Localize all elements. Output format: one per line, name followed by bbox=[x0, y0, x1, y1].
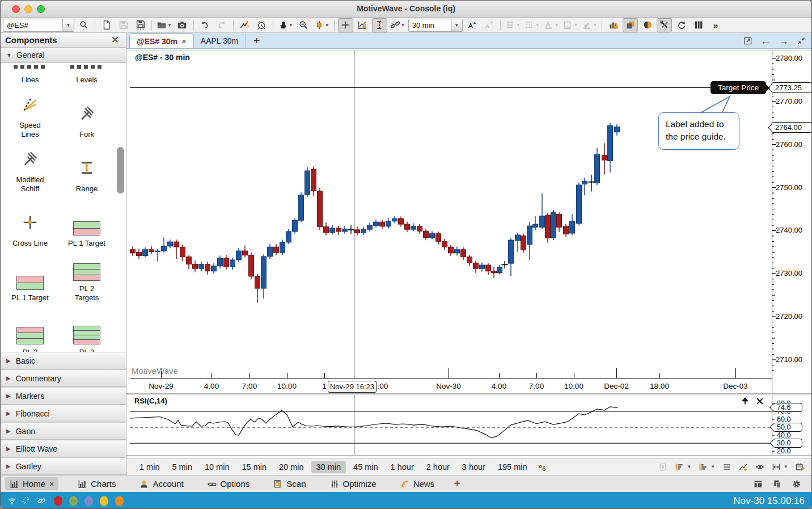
close-tab-icon[interactable]: × bbox=[181, 36, 187, 46]
chart-tab--es-30m[interactable]: @ES# 30m× bbox=[129, 33, 194, 48]
section-basic[interactable]: ▶Basic bbox=[1, 352, 126, 369]
calendar-icon[interactable] bbox=[796, 462, 805, 472]
section-general[interactable]: ▼ General bbox=[1, 48, 126, 63]
open-folder-button[interactable]: ▼ bbox=[155, 18, 173, 32]
font-increase-button[interactable]: A bbox=[464, 18, 480, 32]
pan-hand-button[interactable]: ▼ bbox=[277, 18, 294, 32]
component-item-pl-1-target[interactable]: PL 1 Target bbox=[2, 249, 58, 304]
overflow-button[interactable]: » bbox=[708, 18, 723, 32]
sidebar-scrollbar[interactable] bbox=[117, 147, 124, 193]
save-all-button[interactable] bbox=[133, 18, 148, 32]
theme-ball-button[interactable] bbox=[640, 18, 655, 32]
workspace-layout-icon[interactable] bbox=[754, 479, 763, 489]
pages-icon[interactable] bbox=[773, 479, 782, 489]
section-markers[interactable]: ▶Markers bbox=[1, 387, 126, 405]
component-item-lines[interactable]: Lines bbox=[2, 63, 58, 86]
timeframe-dropdown-button[interactable]: ▼ bbox=[451, 19, 462, 31]
page-tab-scan[interactable]: Scan bbox=[269, 477, 310, 490]
alarm-clock-button[interactable] bbox=[254, 18, 269, 32]
bar-type-icon[interactable] bbox=[658, 462, 667, 472]
unlink-icon bbox=[390, 20, 400, 30]
component-item-fork[interactable]: Fork bbox=[58, 86, 115, 140]
timeframe-5-min[interactable]: 5 min bbox=[167, 461, 197, 473]
page-tab-account[interactable]: Account bbox=[135, 477, 188, 490]
popout-window-icon[interactable] bbox=[743, 36, 752, 45]
timeframe-15-min[interactable]: 15 min bbox=[236, 461, 272, 473]
new-doc-button[interactable] bbox=[99, 18, 114, 32]
page-tab-home[interactable]: Home× bbox=[5, 477, 58, 490]
timeframe-30-min[interactable]: 30 min bbox=[311, 461, 346, 473]
crosshair-button[interactable] bbox=[338, 18, 353, 32]
refresh-button[interactable] bbox=[674, 18, 689, 32]
strategy-spark-button[interactable] bbox=[237, 18, 252, 32]
timeframe-value[interactable]: 30 min bbox=[409, 21, 451, 30]
collapse-icon[interactable] bbox=[797, 36, 806, 45]
timeframe-3-hour[interactable]: 3 hour bbox=[457, 461, 490, 473]
search-button[interactable] bbox=[76, 18, 91, 32]
range-cursor-button[interactable] bbox=[372, 18, 387, 32]
timeframe-overflow-button[interactable]: »6 bbox=[535, 461, 549, 472]
page-tab-options[interactable]: Options bbox=[203, 477, 255, 490]
component-item-levels[interactable]: Levels bbox=[58, 63, 115, 86]
sort-asc-icon[interactable] bbox=[675, 462, 684, 472]
add-chart-tab-button[interactable]: + bbox=[246, 35, 268, 47]
timeframe-45-min[interactable]: 45 min bbox=[348, 461, 383, 473]
bar-width-icon[interactable] bbox=[772, 462, 781, 472]
candlestick-button[interactable]: ▼ bbox=[313, 18, 331, 32]
layers-button[interactable] bbox=[623, 18, 638, 32]
unlink-icon[interactable] bbox=[22, 497, 31, 506]
symbol-combo[interactable]: @ES# ▼ bbox=[3, 19, 74, 32]
timeframe-combo[interactable]: 30 min▼ bbox=[408, 19, 463, 32]
sort-alt-icon[interactable] bbox=[699, 462, 708, 472]
page-tab-charts[interactable]: Charts bbox=[73, 477, 120, 490]
close-study-icon[interactable] bbox=[755, 397, 764, 406]
component-item-range[interactable]: Range bbox=[58, 140, 115, 195]
section-elliott-wave[interactable]: ▶Elliott Wave bbox=[1, 440, 126, 457]
component-item-pl-2[interactable]: PL 2 bbox=[2, 304, 58, 352]
chart-add-icon[interactable] bbox=[739, 462, 748, 472]
timeframe-10-min[interactable]: 10 min bbox=[200, 461, 235, 473]
section-gartley[interactable]: ▶Gartley bbox=[1, 457, 126, 475]
add-page-button[interactable]: + bbox=[454, 477, 460, 490]
symbol-value[interactable]: @ES# bbox=[3, 21, 62, 30]
section-fibonacci[interactable]: ▶Fibonacci bbox=[1, 405, 126, 422]
timeframe-20-min[interactable]: 20 min bbox=[274, 461, 309, 473]
component-item-pl-2-targets[interactable]: PL 2Targets bbox=[58, 249, 115, 304]
camera-button[interactable] bbox=[175, 18, 190, 32]
maximize-study-icon[interactable] bbox=[741, 397, 750, 406]
component-item-pl-1-target[interactable]: PL 1 Target bbox=[58, 195, 115, 249]
chart-tab-aapl-30m[interactable]: AAPL 30m bbox=[194, 33, 246, 48]
page-tab-optimize[interactable]: Optimize bbox=[325, 477, 381, 490]
eye-icon[interactable] bbox=[755, 462, 764, 472]
undo-button[interactable] bbox=[197, 18, 213, 32]
component-item-cross-line[interactable]: Cross Line bbox=[2, 195, 58, 249]
timeframe-2-hour[interactable]: 2 hour bbox=[421, 461, 455, 473]
toolbar-separator bbox=[273, 20, 273, 31]
gear-icon[interactable] bbox=[792, 479, 801, 489]
close-panel-icon[interactable]: ✕ bbox=[109, 34, 121, 46]
callout-note[interactable]: Label added to the price guide. bbox=[658, 112, 739, 150]
next-chart-icon[interactable]: → bbox=[779, 36, 789, 46]
zoom-out-button[interactable] bbox=[296, 18, 311, 32]
chart-lock-button[interactable] bbox=[606, 18, 621, 32]
link-icon[interactable] bbox=[37, 497, 46, 506]
watermark: MotiveWave bbox=[132, 366, 178, 376]
tools-button[interactable] bbox=[657, 18, 672, 32]
prev-chart-icon[interactable]: ← bbox=[760, 36, 771, 46]
section-commentary[interactable]: ▶Commentary bbox=[1, 369, 126, 387]
page-tab-news[interactable]: News bbox=[396, 477, 439, 490]
section-gann[interactable]: ▶Gann bbox=[1, 422, 126, 440]
chevron-right-icon: ▶ bbox=[6, 463, 11, 469]
component-item-pl-3[interactable]: PL 3 bbox=[58, 304, 115, 352]
unlink-button[interactable]: ▼ bbox=[389, 18, 407, 32]
timeframe-195-min[interactable]: 195 min bbox=[493, 461, 532, 473]
timeframe-1-hour[interactable]: 1 hour bbox=[386, 461, 419, 473]
timeframe-1-min[interactable]: 1 min bbox=[134, 461, 164, 473]
price-lock-button[interactable] bbox=[355, 18, 370, 32]
symbol-dropdown-button[interactable]: ▼ bbox=[62, 19, 74, 31]
component-item-speed-lines[interactable]: SpeedLines bbox=[2, 86, 58, 140]
close-page-icon[interactable]: × bbox=[49, 479, 54, 489]
columns-button[interactable] bbox=[691, 18, 706, 32]
component-item-modified-schiff[interactable]: ModifiedSchiff bbox=[2, 140, 58, 195]
row-lines-icon[interactable] bbox=[722, 462, 731, 472]
